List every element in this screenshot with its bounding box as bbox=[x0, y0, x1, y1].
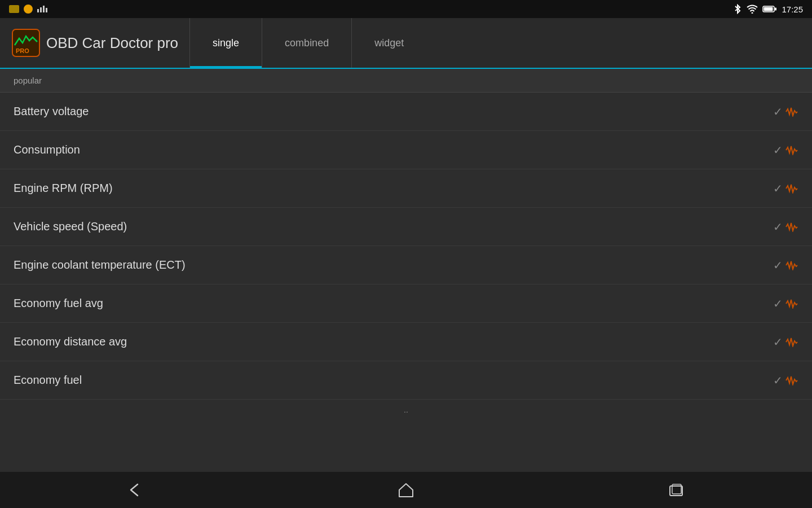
checkmark-icon: ✓ bbox=[773, 374, 783, 387]
wave-icon bbox=[785, 375, 798, 386]
bluetooth-icon bbox=[733, 4, 742, 14]
main-content: popular Battery voltage ✓ Consumption ✓ … bbox=[0, 69, 812, 472]
back-icon bbox=[126, 482, 144, 498]
wave-icon bbox=[785, 299, 798, 309]
home-icon bbox=[398, 482, 414, 498]
list-item[interactable]: Battery voltage ✓ bbox=[0, 93, 812, 131]
time-display: 17:25 bbox=[782, 5, 803, 14]
svg-point-0 bbox=[752, 12, 753, 14]
list-item[interactable]: Economy distance avg ✓ bbox=[0, 323, 812, 361]
list-item[interactable]: Economy fuel ✓ bbox=[0, 361, 812, 400]
checkmark-icon: ✓ bbox=[773, 259, 783, 272]
wifi-icon bbox=[747, 5, 758, 14]
back-button[interactable] bbox=[113, 476, 158, 503]
item-action-icons: ✓ bbox=[773, 297, 798, 310]
recent-button[interactable] bbox=[654, 476, 699, 503]
svg-marker-6 bbox=[399, 484, 413, 497]
item-action-icons: ✓ bbox=[773, 105, 798, 119]
home-button[interactable] bbox=[383, 476, 429, 503]
app-icon-box bbox=[9, 5, 19, 13]
list-item[interactable]: Engine RPM (RPM) ✓ bbox=[0, 169, 812, 208]
tabs-container: single combined widget bbox=[189, 18, 426, 68]
app-logo: PRO OBD Car Doctor pro bbox=[0, 28, 189, 58]
section-header-popular: popular bbox=[0, 69, 812, 93]
item-action-icons: ✓ bbox=[773, 182, 798, 195]
checkmark-icon: ✓ bbox=[773, 105, 783, 119]
bars-icon bbox=[37, 6, 47, 12]
more-indicator: .. bbox=[0, 400, 812, 420]
wave-icon bbox=[785, 145, 798, 155]
item-action-icons: ✓ bbox=[773, 259, 798, 272]
list-item[interactable]: Economy fuel avg ✓ bbox=[0, 284, 812, 323]
wave-icon bbox=[785, 222, 798, 232]
recent-icon bbox=[668, 483, 685, 497]
item-action-icons: ✓ bbox=[773, 335, 798, 349]
checkmark-icon: ✓ bbox=[773, 182, 783, 195]
app-header: PRO OBD Car Doctor pro single combined w… bbox=[0, 18, 812, 69]
checkmark-icon: ✓ bbox=[773, 143, 783, 157]
app-title: OBD Car Doctor pro bbox=[46, 34, 178, 52]
list-item[interactable]: Consumption ✓ bbox=[0, 131, 812, 169]
wave-icon bbox=[785, 337, 798, 347]
item-action-icons: ✓ bbox=[773, 143, 798, 157]
logo-icon: PRO bbox=[11, 28, 41, 58]
item-action-icons: ✓ bbox=[773, 220, 798, 234]
app-icon-circle bbox=[24, 5, 33, 14]
tab-single[interactable]: single bbox=[189, 18, 262, 68]
list-item[interactable]: Vehicle speed (Speed) ✓ bbox=[0, 208, 812, 246]
status-right-icons: 17:25 bbox=[733, 4, 803, 14]
status-bar: 17:25 bbox=[0, 0, 812, 18]
svg-rect-3 bbox=[764, 7, 773, 11]
list-item[interactable]: Engine coolant temperature (ECT) ✓ bbox=[0, 246, 812, 284]
wave-icon bbox=[785, 260, 798, 270]
checkmark-icon: ✓ bbox=[773, 297, 783, 310]
nav-bar bbox=[0, 472, 812, 508]
item-action-icons: ✓ bbox=[773, 374, 798, 387]
tab-widget[interactable]: widget bbox=[351, 18, 426, 68]
status-left-icons bbox=[9, 5, 47, 14]
tab-combined[interactable]: combined bbox=[262, 18, 351, 68]
checkmark-icon: ✓ bbox=[773, 220, 783, 234]
wave-icon bbox=[785, 183, 798, 194]
battery-icon bbox=[762, 5, 777, 13]
svg-text:PRO: PRO bbox=[16, 47, 29, 54]
svg-rect-2 bbox=[775, 8, 776, 11]
checkmark-icon: ✓ bbox=[773, 335, 783, 349]
wave-icon bbox=[785, 107, 798, 117]
